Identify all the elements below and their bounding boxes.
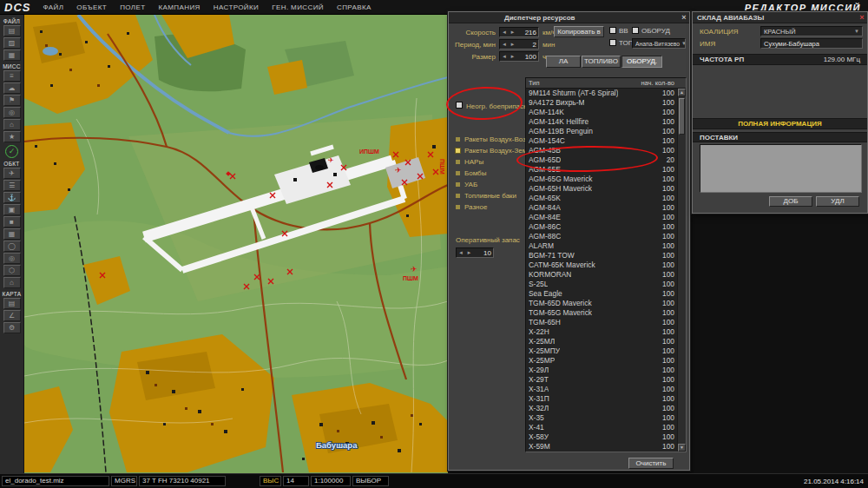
scroll-up-icon[interactable]: ▲: [678, 89, 686, 96]
ship-icon[interactable]: ⚓: [3, 192, 21, 203]
table-row[interactable]: ALARM100: [526, 241, 677, 251]
table-row[interactable]: TGM-65G Maverick100: [526, 308, 677, 318]
static-object-icon[interactable]: ■: [3, 216, 21, 228]
copy-equip-checkbox[interactable]: [632, 27, 639, 34]
category-radio[interactable]: Топливные баки: [456, 190, 525, 201]
table-row[interactable]: AGM-88C100: [526, 232, 677, 241]
menu-item[interactable]: ГЕН. МИССИЙ: [272, 3, 324, 11]
table-row[interactable]: AGM-65K100: [526, 194, 677, 203]
copy-fuel-checkbox[interactable]: [609, 39, 616, 46]
table-row[interactable]: TGM-65D Maverick100: [526, 299, 677, 308]
tab-aircraft[interactable]: ЛА: [546, 56, 581, 68]
menu-item[interactable]: НАСТРОЙКИ: [214, 3, 259, 11]
zone-icon[interactable]: ◯: [3, 241, 21, 252]
spinner-arrows-icon[interactable]: ◄ ►: [502, 54, 516, 59]
copy-aa-checkbox[interactable]: [609, 27, 616, 34]
table-row[interactable]: AGM-84E100: [526, 213, 677, 222]
close-icon[interactable]: ×: [857, 12, 867, 23]
flag-icon[interactable]: ⚑: [3, 95, 21, 106]
table-row[interactable]: TGM-65H100: [526, 318, 677, 327]
table-row[interactable]: Х-22Н100: [526, 327, 677, 337]
table-row[interactable]: AGM-114K Hellfire100: [526, 117, 677, 127]
table-row[interactable]: Х-41100: [526, 423, 677, 432]
table-row[interactable]: S-25L100: [526, 280, 677, 289]
speed-spinner[interactable]: ◄ ► 216: [499, 27, 539, 37]
star-icon[interactable]: ★: [3, 131, 21, 142]
table-row[interactable]: AGM-65D20: [526, 155, 677, 165]
select-mode[interactable]: ВЫБОР: [352, 476, 389, 486]
table-row[interactable]: Х-25МПУ100: [526, 346, 677, 356]
category-radio[interactable]: Ракеты Воздух-Воздух: [456, 134, 525, 145]
table-row[interactable]: BGM-71 TOW100: [526, 251, 677, 260]
table-row[interactable]: AGM-65H Maverick100: [526, 184, 677, 194]
table-row[interactable]: Х-58У100: [526, 432, 677, 442]
scroll-down-icon[interactable]: ▼: [678, 444, 686, 452]
table-row[interactable]: AGM-65E100: [526, 165, 677, 175]
coalition-dropdown[interactable]: КРАСНЫЙ ▼: [760, 26, 863, 36]
category-radio[interactable]: НАРы: [456, 156, 525, 168]
open-mission-icon[interactable]: ▨: [3, 37, 21, 49]
save-mission-icon[interactable]: ▦: [3, 49, 21, 61]
warehouse-icon[interactable]: ⌂: [3, 277, 21, 288]
map-scale[interactable]: 1:100000: [311, 476, 351, 486]
map-viewport[interactable]: ✈ ✈ ✈ ИПШМ ПШМ ПШМ Бабушара: [24, 15, 448, 473]
category-radio[interactable]: Разное: [456, 201, 525, 213]
tab-equipment[interactable]: ОБОРУД.: [621, 56, 662, 68]
table-row[interactable]: KORMORAN100: [526, 270, 677, 280]
vehicle-icon[interactable]: ▣: [3, 204, 21, 215]
table-row[interactable]: Х-25МЛ100: [526, 337, 677, 346]
table-row[interactable]: 9А4172 Вихрь-М100: [526, 98, 677, 108]
copy-target-dropdown[interactable]: Анапа-Витязево ▼: [632, 38, 686, 49]
home-icon[interactable]: ⌂: [3, 119, 21, 130]
period-spinner[interactable]: ◄ ► 2: [499, 39, 539, 49]
menu-item[interactable]: КАМПАНИЯ: [158, 3, 200, 11]
table-row[interactable]: AGM-86C100: [526, 222, 677, 232]
helicopter-icon[interactable]: ☰: [3, 180, 21, 191]
map-settings-icon[interactable]: ⚙: [3, 322, 21, 333]
table-row[interactable]: Х-59М100: [526, 442, 677, 452]
delete-button[interactable]: УДЛ: [816, 196, 859, 207]
category-radio[interactable]: Бомбы: [456, 168, 525, 179]
spinner-arrows-icon[interactable]: ◄ ►: [502, 42, 516, 47]
table-row[interactable]: AGM-65G Maverick100: [526, 175, 677, 184]
table-row[interactable]: Х-29Л100: [526, 366, 677, 375]
mgrs-label[interactable]: MGRS: [111, 476, 137, 486]
farp-icon[interactable]: ⬡: [3, 265, 21, 276]
add-button[interactable]: ДОБ: [769, 196, 812, 207]
map-layers-icon[interactable]: ▤: [3, 298, 21, 309]
table-scrollbar[interactable]: ▲ ▼: [677, 89, 686, 452]
menu-item[interactable]: ОБЪЕКТ: [76, 3, 107, 11]
unlimited-ammo-checkbox[interactable]: [456, 102, 463, 109]
table-row[interactable]: Х-31П100: [526, 394, 677, 404]
ruler-icon[interactable]: ∠: [3, 310, 21, 321]
table-row[interactable]: CATM-65K Maverick100: [526, 260, 677, 270]
table-row[interactable]: Х-25МР100: [526, 356, 677, 366]
weather-icon[interactable]: ☁: [3, 82, 21, 94]
briefing-icon[interactable]: ≡: [3, 70, 21, 82]
table-row[interactable]: Х-32Л100: [526, 404, 677, 413]
supplies-list[interactable]: [700, 144, 862, 193]
table-row[interactable]: AGM-114K100: [526, 108, 677, 117]
airbase-name-field[interactable]: Сухуми-Бабушара: [760, 38, 863, 49]
template-icon[interactable]: ▦: [3, 228, 21, 240]
category-radio[interactable]: Ракеты Воздух-Земля: [456, 145, 525, 156]
targets-icon[interactable]: ◎: [3, 107, 21, 118]
table-row[interactable]: Sea Eagle100: [526, 289, 677, 299]
full-info-strip[interactable]: ПОЛНАЯ ИНФОРМАЦИЯ: [693, 118, 867, 129]
menu-item[interactable]: ФАЙЛ: [43, 3, 63, 11]
menu-item[interactable]: ПОЛЕТ: [120, 3, 145, 11]
operative-stock-spinner[interactable]: ◄ ► 10: [456, 247, 494, 258]
category-radio[interactable]: УАБ: [456, 179, 525, 190]
table-row[interactable]: Х-29Т100: [526, 375, 677, 385]
clear-button[interactable]: Очистить: [628, 458, 674, 469]
copy-to-button[interactable]: Копировать в: [554, 26, 604, 37]
validate-ok-icon[interactable]: ✓: [5, 145, 18, 158]
tab-fuel[interactable]: ТОПЛИВО: [582, 56, 621, 68]
bullseye-icon[interactable]: ◎: [3, 253, 21, 264]
table-row[interactable]: Х-35100: [526, 413, 677, 423]
table-row[interactable]: AGM-84A100: [526, 203, 677, 213]
menu-item[interactable]: СПРАВКА: [337, 3, 372, 11]
table-row[interactable]: Х-31А100: [526, 385, 677, 394]
spinner-arrows-icon[interactable]: ◄ ►: [458, 250, 473, 255]
table-row[interactable]: AGM-45B100: [526, 146, 677, 155]
